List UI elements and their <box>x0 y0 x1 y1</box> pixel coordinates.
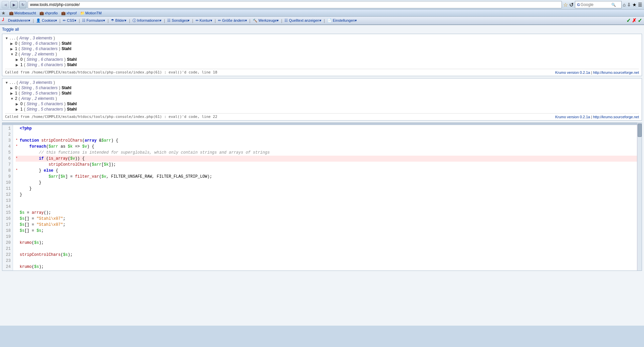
bookmark-xhprof[interactable]: 💼 xhprof <box>60 11 78 16</box>
krumo-version-link-1[interactable]: Krumo version 0.2.1a <box>555 70 590 74</box>
reload-button[interactable]: ↻ <box>19 1 26 8</box>
code-line-24: krumo($s); <box>16 264 642 270</box>
krumo-root-1: . . . ( Array , 3 elements ) 0 ( String … <box>5 35 639 67</box>
krumo-source-link-1[interactable]: http://krumo.sourceforge.net <box>593 70 639 74</box>
code-line-3: * function stripControlChars(array &$arr… <box>16 138 642 144</box>
krumo-toggle-2-2-0[interactable] <box>16 102 19 106</box>
forward-button[interactable]: ▶ <box>10 1 18 8</box>
krumo-root-row-1: . . . ( Array , 3 elements ) <box>5 35 639 41</box>
krumo-item-2-2: 2 ( Array , 2 elements ) <box>5 96 639 101</box>
krumo-source-link-2[interactable]: http://krumo.sourceforge.net <box>593 115 639 119</box>
code-line-13 <box>16 198 642 204</box>
krumo-item-2-1: 1 ( String , 5 characters ) Stahl <box>5 91 639 96</box>
devtools-bilder[interactable]: ☂ Bilder▾ <box>110 18 128 23</box>
krumo-toggle-root-1[interactable] <box>5 36 8 40</box>
devtools-cookies[interactable]: 👤 Cookies▾ <box>35 18 58 23</box>
check-icon: ✓ <box>626 17 631 24</box>
devtools-sonstiges[interactable]: ☷ Sonstiges▾ <box>166 18 191 23</box>
krumo-item-1-2: 2 ( Array , 2 elements ) <box>5 51 639 57</box>
devtools-groesse[interactable]: ✏ Größe ändern▾ <box>217 18 248 23</box>
devtools-css[interactable]: ✏ CSS▾ <box>62 18 77 23</box>
code-line-18: $s[] = $s; <box>16 228 642 234</box>
bookmarks-icon[interactable]: ★ <box>632 2 637 7</box>
krumo-item-2-0: 0 ( String , 5 characters ) Stahl <box>5 85 639 91</box>
krumo-toggle-2-0[interactable] <box>10 86 14 90</box>
home-icon[interactable]: ⌂ <box>623 2 626 7</box>
code-line-4: * foreach($arr as $k => $v) { <box>16 144 642 150</box>
check2-icon: ✓ <box>638 17 642 24</box>
code-line-22: stripControlChars($s); <box>16 252 642 258</box>
krumo-toggle-2-1[interactable] <box>10 92 14 95</box>
code-line-16: $s[] = "Stahl\x07"; <box>16 216 642 222</box>
devtools-right-icons: ✓ ✗ ✓ <box>626 17 642 24</box>
code-line-7: stripControlChars($arr[$k]); <box>16 162 642 168</box>
star-bookmark-icon: ★ <box>1 10 6 16</box>
x-icon: ✗ <box>632 17 636 24</box>
krumo-toggle-1-2[interactable] <box>10 52 14 56</box>
google-icon: G <box>577 3 580 7</box>
bookmark-meistbesucht[interactable]: 💼 Meistbesucht <box>8 11 37 16</box>
krumo-toggle-1-2-1[interactable] <box>16 63 19 67</box>
krumo-item-1-1: 1 ( String , 6 characters ) Stahl <box>5 46 639 51</box>
devtools-kontur[interactable]: ✏ Kontur▾ <box>195 18 213 23</box>
scrollbar-vertical[interactable] <box>637 123 642 271</box>
code-line-23 <box>16 258 642 264</box>
krumo-item-2-2-0: 0 ( String , 5 characters ) Stahl <box>5 101 639 107</box>
devtools-formulare[interactable]: ☷ Formulare▾ <box>81 18 106 23</box>
krumo-item-1-2-1: 1 ( String , 6 characters ) Stahl <box>5 62 639 67</box>
scrollbar-thumb[interactable] <box>638 124 642 137</box>
krumo-toggle-2-2-1[interactable] <box>16 108 19 111</box>
krumo-toggle-1-0[interactable] <box>10 42 14 45</box>
devtools-bar: ╯ Deaktivieren▾| 👤 Cookies▾| ✏ CSS▾| ☷ F… <box>0 17 644 25</box>
bookmark-xhprofio[interactable]: 💼 xhprofio <box>38 11 59 16</box>
krumo-toggle-1-2-0[interactable] <box>16 58 19 61</box>
bookmarks-bar: ★ 💼 Meistbesucht 💼 xhprofio 💼 xhprof 📁 M… <box>0 10 644 17</box>
code-line-19 <box>16 234 642 240</box>
search-input[interactable] <box>581 2 611 7</box>
krumo-block-1: . . . ( Array , 3 elements ) 0 ( String … <box>2 34 642 76</box>
devtools-werkzeuge[interactable]: 🔨 Werkzeuge▾ <box>252 18 280 23</box>
download-icon[interactable]: ⇩ <box>627 2 631 7</box>
code-editor: 1 2 3 4 5 6 7 8 9 10 11 12 13 14 15 16 1… <box>2 123 642 271</box>
krumo-version-link-2[interactable]: Krumo version 0.2.1a <box>555 115 590 119</box>
code-content: 1 2 3 4 5 6 7 8 9 10 11 12 13 14 15 16 1… <box>2 125 642 271</box>
devtools-einstellungen[interactable]: 📄 Einstellungen▾ <box>326 18 358 23</box>
code-line-10: } <box>16 180 642 186</box>
menu-icon[interactable]: ☰ <box>638 2 642 7</box>
star-icon[interactable]: ☆ <box>563 2 568 8</box>
code-line-21 <box>16 246 642 252</box>
line-numbers: 1 2 3 4 5 6 7 8 9 10 11 12 13 14 15 16 1… <box>2 125 13 271</box>
folder-icon: 📁 <box>80 11 85 15</box>
code-line-20: krumo($s); <box>16 240 642 246</box>
bookmark-icon-2: 💼 <box>39 11 44 15</box>
code-line-8: * } else { <box>16 168 642 174</box>
page-content: Toggle all . . . ( Array , 3 elements ) … <box>0 25 644 326</box>
search-bar: G 🔍 <box>575 1 622 8</box>
search-submit-icon[interactable]: 🔍 <box>611 3 616 7</box>
bookmark-motiontm[interactable]: 📁 MotionTM <box>79 11 103 16</box>
reload-icon[interactable]: ↺ <box>569 2 574 8</box>
code-line-14 <box>16 204 642 210</box>
krumo-item-2-2-1: 1 ( String , 5 characters ) Stahl <box>5 107 639 112</box>
code-line-12: } <box>16 192 642 198</box>
devtools-deactivieren[interactable]: Deaktivieren▾ <box>7 18 31 23</box>
devtools-quelltext[interactable]: ☷ Quelltext anzeigen▾ <box>283 18 322 23</box>
krumo-toggle-1-1[interactable] <box>10 47 14 51</box>
back-button[interactable]: ◀ <box>2 1 9 8</box>
code-line-2 <box>16 132 642 138</box>
devtools-informationen[interactable]: ⓘ Informationen▾ <box>132 18 163 23</box>
code-line-15: $s = array(); <box>16 210 642 216</box>
nav-bar: ◀ ▶ ↻ ☆ ↺ G 🔍 ⌂ ⇩ ★ ☰ <box>0 0 644 10</box>
code-line-6: * if (is_array($v)) { <box>16 156 642 162</box>
krumo-item-1-2-0: 0 ( String , 6 characters ) Stahl <box>5 57 639 62</box>
krumo-toggle-2-2[interactable] <box>10 97 14 101</box>
krumo-toggle-root-2[interactable] <box>5 81 8 84</box>
krumo-block-2: . . . ( Array , 3 elements ) 0 ( String … <box>2 78 642 121</box>
toggle-all-link[interactable]: Toggle all <box>2 27 642 32</box>
krumo-root-row-2: . . . ( Array , 3 elements ) <box>5 80 639 85</box>
code-line-9: $arr[$k] = filter_var($v, FILTER_UNSAFE_… <box>16 174 642 180</box>
code-area[interactable]: <?php * function stripControlChars(array… <box>13 125 642 271</box>
code-line-1: <?php <box>16 126 642 132</box>
firebug-icon: ╯ <box>2 18 5 23</box>
address-bar[interactable] <box>28 1 562 8</box>
